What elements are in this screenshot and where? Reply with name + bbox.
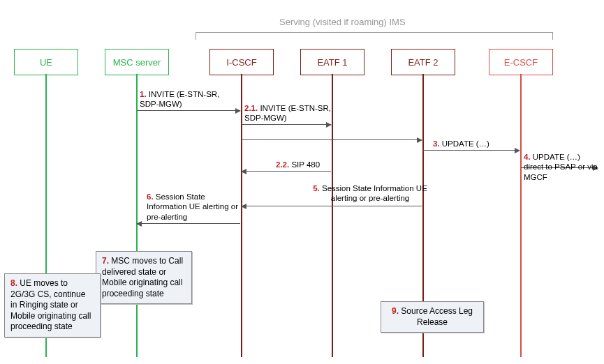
arrow-2-1 — [242, 124, 331, 125]
sequence-diagram: Serving (visited if roaming) IMS UE MSC … — [0, 0, 604, 364]
arrow-2-1b — [242, 139, 422, 140]
txt-8: UE moves to 2G/3G CS, continue in Ringin… — [10, 278, 91, 331]
note-8: 8. UE moves to 2G/3G CS, continue in Rin… — [4, 273, 101, 338]
label-1: 1. INVITE (E-STN-SR, SDP-MGW) — [140, 89, 237, 109]
actor-eatf2: EATF 2 — [391, 49, 455, 75]
actor-icscf: I-CSCF — [209, 49, 274, 75]
actor-ue-label: UE — [40, 57, 52, 68]
serving-ims-bracket — [196, 32, 553, 40]
lifeline-msc — [136, 74, 138, 357]
actor-ecscf-label: E-CSCF — [504, 57, 538, 68]
num-1: 1. — [140, 90, 147, 98]
actor-icscf-label: I-CSCF — [226, 57, 256, 68]
note-9: 9. Source Access Leg Release — [381, 301, 484, 333]
num-6: 6. — [147, 192, 154, 201]
txt-3: UPDATE (…) — [440, 139, 489, 148]
actor-msc: MSC server — [105, 49, 169, 75]
num-7: 7. — [102, 256, 109, 266]
note-7: 7. MSC moves to Call delivered state or … — [96, 251, 192, 304]
lifeline-icscf — [241, 74, 242, 357]
label-6: 6. Session State Information UE alerting… — [147, 192, 241, 222]
num-5: 5. — [313, 184, 320, 192]
label-2-1: 2.1. INVITE (E-STN-SR, SDP-MGW) — [244, 103, 342, 123]
actor-eatf2-label: EATF 2 — [408, 57, 438, 68]
num-2-1: 2.1. — [244, 104, 258, 112]
txt-5: Session State Information UE alerting or… — [320, 184, 427, 202]
txt-2-1: INVITE (E-STN-SR, SDP-MGW) — [244, 104, 331, 122]
label-4: 4. UPDATE (…) direct to PSAP or via MGCF — [524, 152, 601, 182]
num-9: 9. — [392, 306, 399, 316]
label-5: 5. Session State Information UE alerting… — [307, 183, 433, 204]
arrow-1 — [137, 110, 240, 111]
arrow-5 — [242, 206, 422, 206]
actor-ecscf: E-CSCF — [489, 49, 553, 75]
txt-7: MSC moves to Call delivered state or Mob… — [102, 256, 183, 298]
txt-4: UPDATE (…) direct to PSAP or via MGCF — [524, 153, 598, 181]
arrow-6 — [137, 223, 240, 224]
actor-eatf1: EATF 1 — [300, 49, 364, 75]
num-2-2: 2.2. — [276, 160, 289, 169]
arrow-3 — [423, 150, 520, 151]
num-3: 3. — [433, 139, 440, 148]
txt-2-2: SIP 480 — [289, 160, 320, 169]
label-2-2: 2.2. SIP 480 — [276, 160, 320, 169]
arrow-2-2 — [242, 171, 331, 172]
lifeline-ecscf — [520, 74, 522, 357]
actor-ue: UE — [14, 49, 78, 75]
actor-msc-label: MSC server — [113, 57, 161, 68]
txt-6: Session State Information UE alerting or… — [147, 192, 238, 221]
serving-ims-label: Serving (visited if roaming) IMS — [279, 17, 406, 27]
actor-eatf1-label: EATF 1 — [317, 57, 347, 68]
num-8: 8. — [10, 278, 17, 288]
num-4: 4. — [524, 153, 531, 161]
txt-1: INVITE (E-STN-SR, SDP-MGW) — [140, 90, 219, 108]
label-3: 3. UPDATE (…) — [433, 139, 489, 148]
txt-9: Source Access Leg Release — [399, 306, 473, 327]
